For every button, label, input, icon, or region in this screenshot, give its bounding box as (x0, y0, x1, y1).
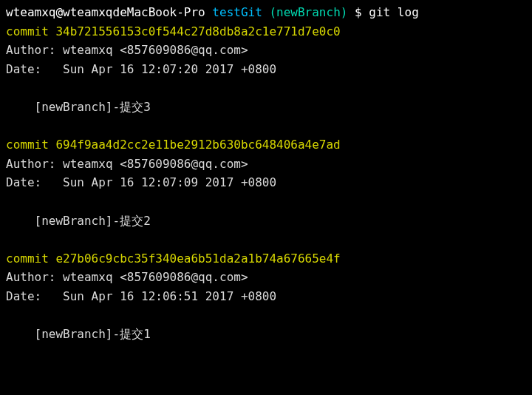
blank-line (6, 117, 526, 136)
shell-prompt-line[interactable]: wteamxq@wteamxqdeMacBook-Pro testGit (ne… (6, 3, 526, 22)
commit-message-line: [newBranch]-提交1 (6, 325, 526, 344)
git-log-output: commit 34b721556153c0f544c27d8db8a2c1e77… (6, 22, 526, 344)
commit-hash-line: commit e27b06c9cbc35f340ea6b51da2a1b74a6… (6, 249, 526, 269)
git-branch: (newBranch) (269, 5, 347, 19)
blank-line (6, 192, 526, 212)
user-host: wteamxq@wteamxqdeMacBook-Pro (6, 5, 205, 19)
commit-author-line: Author: wteamxq <857609086@qq.com> (6, 155, 526, 174)
prompt-dollar: $ (355, 5, 362, 19)
commit-message-line: [newBranch]-提交2 (6, 212, 526, 231)
commit-entry: commit 694f9aa4d2cc2e11be2912b630bc64840… (6, 135, 526, 249)
current-directory: testGit (212, 5, 262, 19)
commit-message-line: [newBranch]-提交3 (6, 98, 526, 117)
commit-entry: commit 34b721556153c0f544c27d8db8a2c1e77… (6, 22, 526, 136)
commit-author-line: Author: wteamxq <857609086@qq.com> (6, 41, 526, 60)
commit-author-line: Author: wteamxq <857609086@qq.com> (6, 268, 526, 287)
blank-line (6, 78, 526, 98)
commit-hash-line: commit 34b721556153c0f544c27d8db8a2c1e77… (6, 22, 526, 41)
commit-date-line: Date: Sun Apr 16 12:07:20 2017 +0800 (6, 60, 526, 79)
blank-line (6, 230, 526, 249)
command-input: git log (369, 5, 418, 19)
commit-hash-line: commit 694f9aa4d2cc2e11be2912b630bc64840… (6, 135, 526, 155)
commit-entry: commit e27b06c9cbc35f340ea6b51da2a1b74a6… (6, 249, 526, 344)
blank-line (6, 306, 526, 325)
commit-date-line: Date: Sun Apr 16 12:06:51 2017 +0800 (6, 287, 526, 306)
commit-date-line: Date: Sun Apr 16 12:07:09 2017 +0800 (6, 173, 526, 192)
